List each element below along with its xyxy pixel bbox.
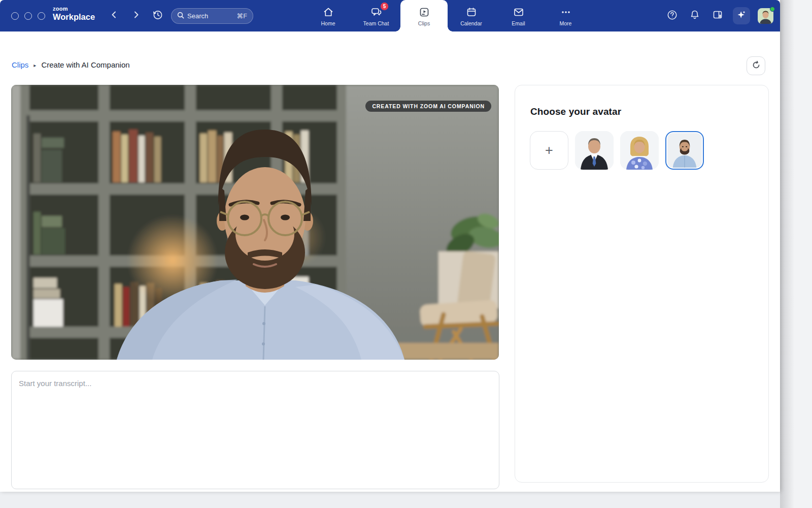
breadcrumb-separator-icon: ▸	[33, 62, 36, 68]
add-avatar-button[interactable]: +	[530, 131, 568, 170]
calendar-icon	[466, 7, 477, 18]
notifications-button[interactable]	[687, 8, 702, 23]
avatar-option-bearded-man[interactable]	[665, 131, 704, 170]
window-minimize-button[interactable]	[24, 12, 32, 20]
topbar: zoom Workplace	[0, 0, 780, 31]
nav-team-chat-label: Team Chat	[363, 20, 389, 26]
ai-companion-watermark: CREATED WITH ZOOM AI COMPANION	[365, 101, 491, 112]
team-chat-badge: 5	[380, 2, 389, 11]
nav-calendar[interactable]: Calendar	[448, 0, 495, 31]
transcript-section	[11, 371, 499, 489]
video-scene	[11, 85, 499, 360]
search-box[interactable]: ⌘F	[171, 8, 253, 24]
avatar-video-preview: CREATED WITH ZOOM AI COMPANION	[11, 85, 499, 360]
main-nav: Home Team Chat 5 Clips Cal	[304, 0, 589, 31]
transcript-input[interactable]	[11, 371, 499, 489]
avatar-suit-man-image	[575, 131, 614, 170]
avatar-options-row: +	[530, 131, 768, 170]
logo-line-workplace: Workplace	[53, 12, 95, 22]
avatar-panel-title: Choose your avatar	[530, 106, 768, 117]
chevron-left-icon	[110, 10, 119, 21]
window-bottom-edge	[0, 492, 780, 508]
nav-more-label: More	[560, 20, 572, 26]
sidebar-panel-icon	[712, 9, 723, 22]
nav-email[interactable]: Email	[495, 0, 542, 31]
chevron-right-icon	[131, 10, 141, 21]
plus-icon: +	[545, 143, 553, 158]
help-icon	[666, 9, 678, 23]
history-icon	[152, 10, 163, 22]
logo-line-zoom: zoom	[53, 6, 95, 12]
zoom-workplace-logo: zoom Workplace	[53, 6, 95, 22]
bell-icon	[689, 9, 700, 22]
window-zoom-button[interactable]	[38, 12, 45, 20]
avatar-option-blonde-woman[interactable]	[620, 131, 659, 170]
desktop-edge	[780, 0, 812, 508]
nav-team-chat[interactable]: Team Chat 5	[352, 0, 400, 31]
breadcrumb-clips-link[interactable]: Clips	[12, 60, 28, 69]
nav-email-label: Email	[512, 20, 525, 26]
nav-home[interactable]: Home	[304, 0, 352, 31]
nav-clips-label: Clips	[418, 20, 430, 26]
panel-button[interactable]	[710, 8, 725, 23]
avatar-panel: Choose your avatar +	[515, 85, 769, 483]
ai-companion-button[interactable]	[733, 7, 750, 24]
breadcrumb: Clips ▸ Create with AI Companion	[12, 60, 130, 69]
page-title: Create with AI Companion	[41, 60, 129, 69]
home-icon	[323, 7, 334, 18]
email-icon	[513, 7, 524, 18]
nav-more[interactable]: More	[542, 0, 589, 31]
help-button[interactable]	[664, 8, 680, 23]
zoom-workplace-window: zoom Workplace	[0, 0, 780, 492]
window-close-button[interactable]	[11, 12, 19, 20]
avatar-blonde-woman-image	[620, 131, 659, 170]
back-button[interactable]	[107, 8, 122, 23]
topbar-right-icons	[664, 0, 773, 31]
avatar-bearded-man-image	[667, 133, 702, 168]
ai-companion-sparkle-icon	[736, 10, 747, 22]
window-controls[interactable]	[11, 12, 45, 20]
search-icon	[177, 12, 184, 21]
clips-icon	[419, 7, 430, 18]
forward-button[interactable]	[128, 8, 144, 23]
search-input[interactable]	[187, 12, 234, 20]
online-status-dot	[770, 7, 775, 12]
user-avatar[interactable]	[758, 8, 773, 24]
more-icon	[560, 7, 571, 18]
search-shortcut: ⌘F	[237, 12, 247, 20]
history-button[interactable]	[150, 8, 165, 23]
nav-clips[interactable]: Clips	[400, 0, 448, 31]
nav-home-label: Home	[321, 20, 335, 26]
refresh-icon	[752, 60, 761, 72]
avatar-option-suit-man[interactable]	[575, 131, 614, 170]
nav-calendar-label: Calendar	[460, 20, 482, 26]
refresh-button[interactable]	[747, 56, 765, 75]
